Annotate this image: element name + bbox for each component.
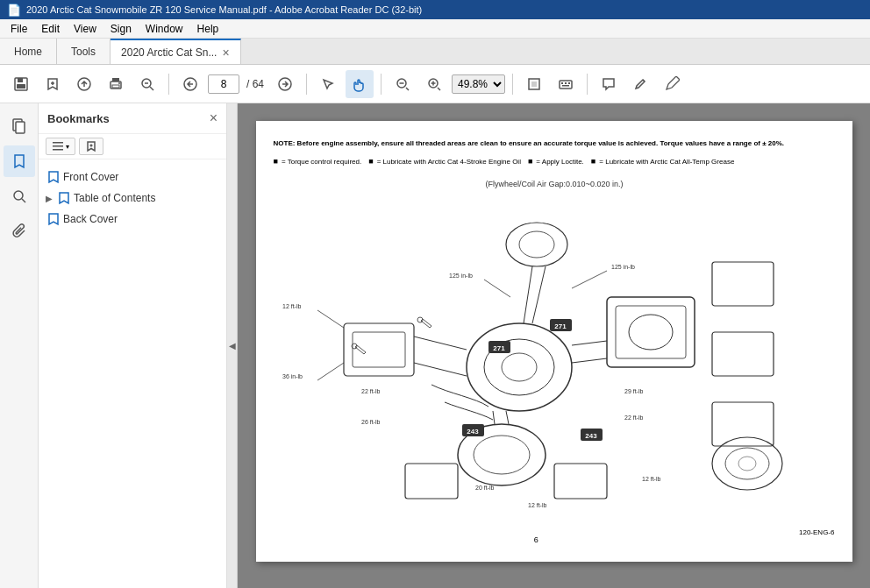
sidebar bbox=[0, 103, 39, 588]
search-icon bbox=[11, 188, 28, 205]
sep1 bbox=[168, 74, 169, 95]
zoom-in-button[interactable] bbox=[420, 70, 448, 98]
zoom-out-icon bbox=[395, 76, 410, 92]
sep5 bbox=[587, 74, 588, 95]
svg-rect-34 bbox=[53, 149, 63, 151]
zoom-out-button[interactable] bbox=[389, 70, 417, 98]
pages-icon bbox=[11, 117, 28, 135]
zoom-in-icon bbox=[426, 76, 442, 92]
bookmark-toc-icon bbox=[58, 191, 70, 205]
svg-rect-23 bbox=[560, 81, 572, 89]
tab-active-document[interactable]: 2020 Arctic Cat Sn... × bbox=[111, 39, 241, 64]
toolbar: / 64 49.8% 25% 50% bbox=[0, 65, 870, 103]
svg-line-31 bbox=[22, 199, 25, 202]
legend-oil-text: = Lubricate with Arctic Cat 4-Stroke Eng… bbox=[377, 158, 521, 166]
svg-text:271: 271 bbox=[493, 344, 505, 352]
comment-button[interactable] bbox=[595, 70, 623, 98]
add-bookmark-panel-button[interactable] bbox=[79, 138, 103, 155]
title-text: 2020 Arctic Cat Snowmobile ZR 120 Servic… bbox=[26, 4, 422, 15]
legend-engine-oil: ■ = Lubricate with Arctic Cat 4-Stroke E… bbox=[368, 157, 521, 166]
print-button[interactable] bbox=[102, 70, 130, 98]
save-button[interactable] bbox=[7, 70, 35, 98]
fit-page-button[interactable] bbox=[520, 70, 548, 98]
collapse-arrow-icon: ◀ bbox=[229, 341, 236, 351]
svg-rect-33 bbox=[53, 145, 63, 147]
svg-text:12 ft-lb: 12 ft-lb bbox=[528, 502, 547, 508]
panel-collapse-handle[interactable]: ◀ bbox=[227, 103, 238, 588]
bookmark-back-cover[interactable]: Back Cover bbox=[42, 209, 223, 230]
menu-help[interactable]: Help bbox=[190, 21, 226, 37]
bookmark-table-of-contents[interactable]: ▶ Table of Contents bbox=[42, 188, 223, 209]
svg-rect-32 bbox=[53, 142, 63, 144]
tab-active-label: 2020 Arctic Cat Sn... bbox=[121, 46, 217, 59]
menu-file[interactable]: File bbox=[4, 21, 34, 37]
expand-icon[interactable]: ▶ bbox=[46, 194, 53, 203]
bookmark-front-cover-icon bbox=[47, 170, 60, 184]
legend-torque: ■ = Torque control required. bbox=[274, 157, 362, 166]
menu-view[interactable]: View bbox=[67, 21, 103, 37]
prev-page-button[interactable] bbox=[176, 70, 204, 98]
menu-window[interactable]: Window bbox=[139, 21, 190, 37]
edit-pdf-button[interactable] bbox=[658, 70, 686, 98]
select-tool-icon bbox=[320, 76, 336, 92]
pdf-page-code: 120-ENG-6 bbox=[799, 528, 834, 544]
keyboard-button[interactable] bbox=[552, 70, 580, 98]
svg-rect-27 bbox=[562, 85, 569, 87]
pdf-note: NOTE: Before engine assembly, ensure all… bbox=[274, 138, 835, 148]
bookmark-front-cover-label: Front Cover bbox=[63, 171, 118, 183]
next-page-button[interactable] bbox=[271, 70, 299, 98]
bookmarks-menu-icon bbox=[52, 140, 64, 152]
fill-sign-button[interactable] bbox=[626, 70, 654, 98]
svg-text:(Flywheel/Coil Air Gap:0.010~0: (Flywheel/Coil Air Gap:0.010~0.020 in.) bbox=[485, 180, 623, 188]
add-bookmark-button[interactable] bbox=[39, 70, 67, 98]
svg-point-9 bbox=[118, 82, 120, 84]
legend-grease-symbol: ■ bbox=[591, 157, 595, 166]
menu-sign[interactable]: Sign bbox=[103, 21, 139, 37]
menu-bar: File Edit View Sign Window Help bbox=[0, 19, 870, 39]
svg-text:29 ft-lb: 29 ft-lb bbox=[624, 388, 644, 394]
fill-sign-icon bbox=[632, 76, 648, 92]
note-label: NOTE: Before engine assembly, ensure all… bbox=[274, 139, 785, 147]
comment-icon bbox=[601, 76, 617, 92]
sep3 bbox=[381, 74, 382, 95]
page-number-input[interactable] bbox=[208, 74, 239, 94]
svg-rect-24 bbox=[561, 82, 563, 84]
title-bar: 📄 2020 Arctic Cat Snowmobile ZR 120 Serv… bbox=[0, 0, 870, 19]
save-icon bbox=[13, 76, 29, 92]
menu-edit[interactable]: Edit bbox=[34, 21, 67, 37]
hand-tool-button[interactable] bbox=[346, 70, 374, 98]
select-tool-button[interactable] bbox=[314, 70, 342, 98]
tab-tools[interactable]: Tools bbox=[57, 39, 111, 64]
legend-grease-text: = Lubricate with Arctic Cat All-Temp Gre… bbox=[599, 158, 734, 166]
bookmark-back-cover-label: Back Cover bbox=[63, 213, 118, 225]
sidebar-attachments-button[interactable] bbox=[4, 216, 35, 247]
sidebar-bookmarks-button[interactable] bbox=[4, 145, 35, 177]
upload-icon bbox=[76, 76, 92, 92]
legend-torque-symbol: ■ bbox=[274, 157, 278, 166]
prev-page-icon bbox=[182, 76, 198, 92]
bookmarks-menu-button[interactable]: ▾ bbox=[46, 138, 75, 155]
zoom-level-select[interactable]: 49.8% 25% 50% 75% 100% 150% bbox=[452, 74, 505, 94]
tab-home[interactable]: Home bbox=[0, 39, 57, 64]
bookmark-front-cover[interactable]: Front Cover bbox=[42, 166, 223, 188]
bookmark-back-cover-icon bbox=[47, 212, 60, 226]
sep4 bbox=[512, 74, 513, 95]
pdf-view-area[interactable]: NOTE: Before engine assembly, ensure all… bbox=[238, 103, 870, 588]
legend-loctite-text: = Apply Loctite. bbox=[536, 158, 583, 166]
pdf-legend: ■ = Torque control required. ■ = Lubrica… bbox=[274, 157, 835, 166]
svg-rect-2 bbox=[17, 84, 25, 89]
sep2 bbox=[306, 74, 307, 95]
zoom-search-button[interactable] bbox=[133, 70, 161, 98]
sidebar-pages-button[interactable] bbox=[4, 110, 35, 142]
fit-page-icon bbox=[526, 76, 542, 92]
legend-loctite: ■ = Apply Loctite. bbox=[528, 157, 584, 166]
attachments-icon bbox=[11, 223, 28, 240]
svg-rect-29 bbox=[16, 122, 25, 133]
zoom-search-icon bbox=[139, 76, 155, 92]
bookmarks-close-button[interactable]: × bbox=[210, 110, 218, 126]
add-bookmark-icon bbox=[85, 140, 97, 152]
sidebar-search-button[interactable] bbox=[4, 181, 35, 212]
upload-button[interactable] bbox=[70, 70, 98, 98]
tab-close-button[interactable]: × bbox=[222, 46, 229, 59]
svg-line-19 bbox=[438, 88, 440, 90]
